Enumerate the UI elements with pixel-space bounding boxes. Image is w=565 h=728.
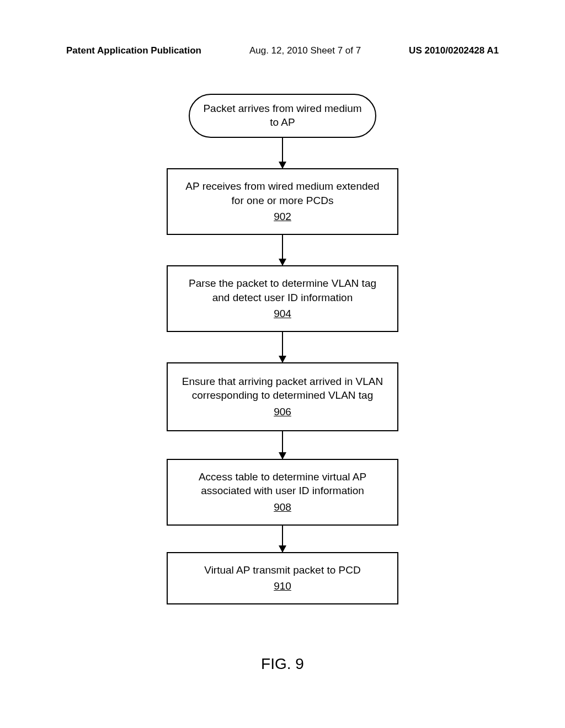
header-date-sheet: Aug. 12, 2010 Sheet 7 of 7 — [249, 45, 361, 56]
flowchart-step-906: Ensure that arriving packet arrived in V… — [167, 362, 398, 431]
flowchart-diagram: Packet arrives from wired medium to AP A… — [156, 94, 409, 604]
flowchart-step-910: Virtual AP transmit packet to PCD 910 — [167, 552, 398, 604]
arrow-connector — [282, 235, 284, 265]
arrow-connector — [282, 526, 284, 552]
arrow-connector — [282, 138, 284, 168]
header-publication-type: Patent Application Publication — [66, 45, 201, 56]
step-text: AP receives from wired medium extended f… — [180, 179, 385, 207]
step-reference-number: 902 — [274, 210, 291, 224]
flowchart-step-902: AP receives from wired medium extended f… — [167, 168, 398, 235]
start-text: Packet arrives from wired medium to AP — [201, 102, 364, 129]
step-text: Access table to determine virtual AP ass… — [180, 470, 385, 498]
arrow-connector — [282, 431, 284, 459]
arrow-connector — [282, 332, 284, 362]
step-reference-number: 908 — [274, 500, 291, 515]
step-text: Parse the packet to determine VLAN tag a… — [180, 276, 385, 304]
flowchart-step-904: Parse the packet to determine VLAN tag a… — [167, 265, 398, 332]
header-publication-number: US 2010/0202428 A1 — [409, 45, 499, 56]
flowchart-start-terminator: Packet arrives from wired medium to AP — [189, 94, 376, 138]
step-reference-number: 906 — [274, 405, 291, 419]
step-text: Virtual AP transmit packet to PCD — [204, 563, 360, 577]
page-header: Patent Application Publication Aug. 12, … — [0, 45, 565, 56]
flowchart-step-908: Access table to determine virtual AP ass… — [167, 459, 398, 526]
step-reference-number: 910 — [274, 579, 291, 593]
step-reference-number: 904 — [274, 307, 291, 321]
figure-label: FIG. 9 — [261, 655, 304, 673]
step-text: Ensure that arriving packet arrived in V… — [180, 374, 385, 403]
